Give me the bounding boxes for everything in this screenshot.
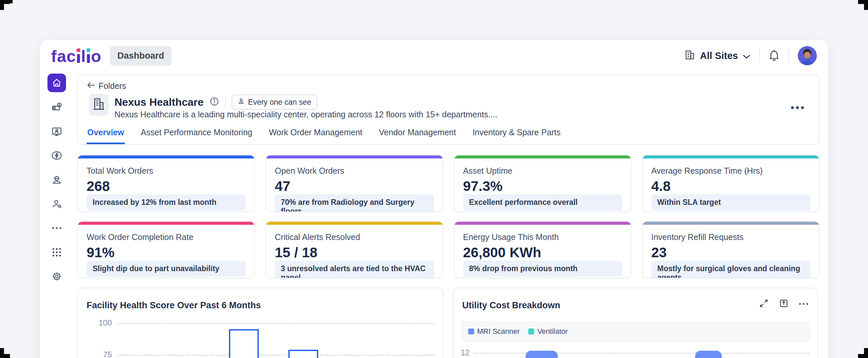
visibility-badge[interactable]: Every one can see <box>231 95 317 110</box>
technician-icon <box>51 174 62 185</box>
kpi-card-critical-alerts-resolved: Critical Alerts Resolved 15 / 18 3 unres… <box>266 221 443 279</box>
kpi-card-average-response-time: Average Response Time (Hrs) 4.8 Within S… <box>642 155 819 212</box>
kpi-value: 91% <box>87 245 246 261</box>
kpi-label: Work Order Completion Rate <box>87 232 246 242</box>
kpi-value: 268 <box>87 178 246 194</box>
sidebar-item-asset-cost[interactable] <box>48 98 66 116</box>
kpi-card-inventory-refill-requests: Inventory Refill Requests 23 Mostly for … <box>642 221 819 279</box>
sidebar-rail <box>46 74 68 291</box>
back-arrow-icon <box>87 81 95 91</box>
notifications-button[interactable] <box>769 50 780 62</box>
sidebar-item-app-grid[interactable] <box>48 243 66 262</box>
kpi-value: 23 <box>651 245 810 261</box>
kpi-accent-bar <box>455 156 631 158</box>
kpi-note: 8% drop from previous month <box>463 261 622 277</box>
sidebar-item-more[interactable] <box>48 219 66 237</box>
topbar-divider <box>788 48 789 63</box>
kpi-note: 70% are from Radiology and Surgery floor… <box>275 194 434 212</box>
sidebar-item-display-kiosk[interactable] <box>48 122 66 140</box>
bell-icon <box>769 50 780 62</box>
kpi-note: 3 unresolved alerts are tied to the HVAC… <box>275 261 434 279</box>
person-icon <box>238 97 245 107</box>
visibility-badge-label: Every one can see <box>248 98 312 107</box>
kpi-label: Energy Usage This Month <box>463 232 622 242</box>
facility-health-chart-card: Facility Health Score Over Past 6 Months… <box>77 288 444 358</box>
back-link-label: Folders <box>98 81 126 91</box>
kpi-label: Inventory Refill Requests <box>651 232 810 242</box>
tab-work-order-management[interactable]: Work Order Management <box>268 128 363 144</box>
kpi-accent-bar <box>266 222 442 225</box>
site-selector-label: All Sites <box>700 51 738 61</box>
folder-description: Nexus Healthcare is a leading multi-spec… <box>115 110 497 119</box>
kpi-card-energy-usage: Energy Usage This Month 26,800 KWh 8% dr… <box>454 221 631 279</box>
kpi-accent-bar <box>266 156 442 158</box>
user-avatar[interactable] <box>798 46 817 65</box>
kpi-value: 26,800 KWh <box>463 245 622 261</box>
kpi-label: Critical Alerts Resolved <box>275 232 434 242</box>
utility-cost-chart-card: Utility Cost Breakdown <box>453 288 818 358</box>
ellipsis-icon <box>51 226 62 230</box>
sidebar-item-home[interactable] <box>48 74 66 92</box>
person-key-icon <box>51 198 62 209</box>
tab-overview[interactable]: Overview <box>87 128 125 144</box>
folder-tabs: Overview Asset Performance Monitoring Wo… <box>87 128 561 144</box>
energy-bolt-icon <box>51 150 62 161</box>
folder-more-button[interactable]: ••• <box>788 101 808 114</box>
logo-dot-teal <box>87 48 90 52</box>
asset-cost-icon <box>51 101 62 113</box>
kpi-accent-bar <box>78 222 254 225</box>
chevron-down-icon <box>743 51 750 61</box>
folder-title-row: Nexus Healthcare Every one can see <box>115 95 317 110</box>
kpi-value: 97.3% <box>463 178 622 194</box>
sidebar-item-tenant-key[interactable] <box>48 195 66 213</box>
kpi-note: Within SLA target <box>651 194 810 210</box>
kpi-note: Mostly for surgical gloves and cleaning … <box>651 261 810 279</box>
kpi-accent-bar <box>455 222 631 225</box>
health-bar[interactable] <box>229 329 259 358</box>
kpi-accent-bar <box>78 156 254 158</box>
folder-building-tile <box>89 94 108 116</box>
kpi-label: Asset Uptime <box>463 166 622 176</box>
tab-asset-performance-monitoring[interactable]: Asset Performance Monitoring <box>140 128 253 144</box>
kpi-note: Increased by 12% from last month <box>87 194 246 210</box>
sidebar-item-technician[interactable] <box>48 170 66 189</box>
kpi-label: Open Work Orders <box>275 166 434 176</box>
top-bar: faclo Dashboard All Sites <box>40 40 828 72</box>
topbar-divider <box>759 48 760 63</box>
health-chart-plot <box>78 288 443 358</box>
app-grid-icon <box>52 247 62 257</box>
kpi-card-total-work-orders: Total Work Orders 268 Increased by 12% f… <box>77 155 255 212</box>
kpi-card-open-work-orders: Open Work Orders 47 70% are from Radiolo… <box>266 155 443 212</box>
title-divider <box>225 96 226 108</box>
sidebar-item-settings[interactable] <box>48 267 66 286</box>
back-to-folders-link[interactable]: Folders <box>87 81 126 91</box>
kpi-accent-bar <box>643 156 819 158</box>
kpi-note: Slight dip due to part unavailability <box>87 261 246 277</box>
tab-inventory-spare-parts[interactable]: Inventory & Spare Parts <box>472 128 561 144</box>
utility-bar-mri-scanner[interactable] <box>526 351 558 358</box>
home-icon <box>52 77 62 88</box>
sidebar-item-energy[interactable] <box>48 146 66 165</box>
folder-header-card: Folders Nexus Healthcare <box>77 74 819 145</box>
tab-vendor-management[interactable]: Vendor Management <box>378 128 457 144</box>
gear-icon <box>51 271 62 282</box>
kpi-note: Excellent performance overall <box>463 194 622 210</box>
page-title: Nexus Healthcare <box>115 96 204 108</box>
kpi-value: 47 <box>275 178 434 194</box>
building-icon <box>684 49 695 63</box>
app-window: faclo Dashboard All Sites <box>40 40 828 358</box>
kpi-card-asset-uptime: Asset Uptime 97.3% Excellent performance… <box>454 155 631 212</box>
kpi-accent-bar <box>643 222 819 225</box>
dashboard-chip[interactable]: Dashboard <box>110 46 172 66</box>
facilio-logo: faclo <box>51 48 101 63</box>
kpi-value: 4.8 <box>651 178 810 194</box>
kpi-value: 15 / 18 <box>275 245 434 261</box>
info-icon[interactable] <box>210 97 219 107</box>
kpi-label: Total Work Orders <box>87 166 246 176</box>
health-bar[interactable] <box>288 350 318 358</box>
utility-bar-mri-scanner[interactable] <box>695 351 722 358</box>
kpi-grid: Total Work Orders 268 Increased by 12% f… <box>77 155 819 279</box>
site-selector[interactable]: All Sites <box>684 49 750 63</box>
building-icon <box>93 97 105 112</box>
kpi-label: Average Response Time (Hrs) <box>651 166 810 176</box>
